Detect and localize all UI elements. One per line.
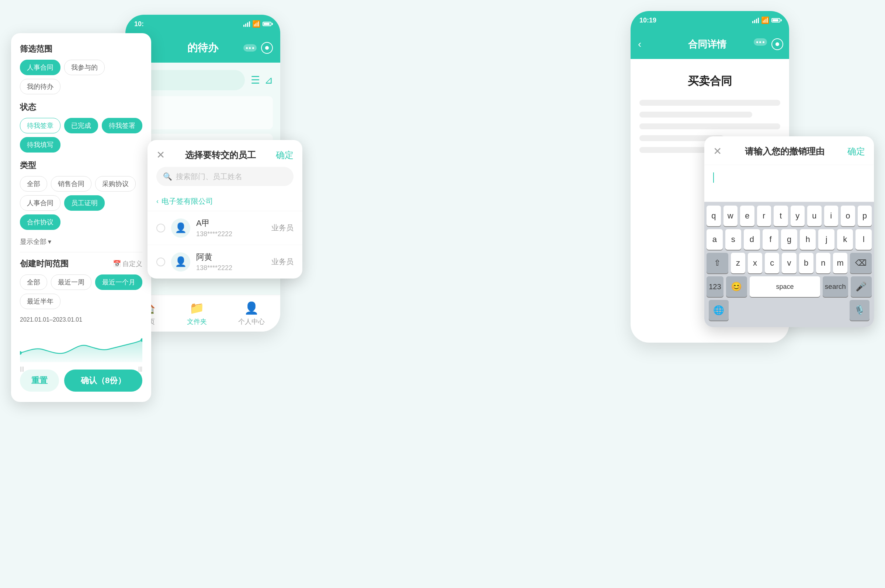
header-icons-bg	[243, 42, 273, 54]
key-f[interactable]: f	[763, 229, 779, 250]
employee-modal: ✕ 选择要转交的员工 确定 🔍 搜索部门、员工姓名 ‹ 电子签有限公司 👤 A甲…	[148, 140, 303, 279]
key-e[interactable]: e	[740, 206, 754, 226]
company-chevron-icon: ‹	[157, 198, 158, 205]
filter-tag-sales[interactable]: 销售合同	[51, 176, 92, 192]
filter-time-week[interactable]: 最近一周	[51, 274, 92, 290]
chart-area: ||| |||	[20, 329, 142, 362]
filter-icon: ☰	[251, 74, 260, 86]
filter-tag-coop[interactable]: 合作协议	[20, 214, 60, 230]
cancel-input-area[interactable]	[704, 165, 874, 202]
key-v[interactable]: v	[782, 253, 796, 273]
key-i[interactable]: i	[824, 206, 838, 226]
list-item-1	[133, 96, 273, 129]
key-p[interactable]: p	[858, 206, 872, 226]
keyboard-row-1: q w e r t y u i o p	[706, 206, 872, 226]
key-a[interactable]: a	[706, 229, 723, 250]
nav-folder[interactable]: 📁 文件夹	[187, 301, 207, 326]
nav-profile[interactable]: 👤 个人中心	[238, 301, 265, 326]
filter-time-month[interactable]: 最近一个月	[95, 274, 142, 290]
key-u[interactable]: u	[807, 206, 822, 226]
filter-section-title-3: 类型	[20, 160, 142, 171]
filter-tag-participated[interactable]: 我参与的	[64, 60, 105, 75]
confirm-button[interactable]: 确认（8份）	[64, 369, 142, 392]
employee-item-1[interactable]: 👤 A甲 138****2222 业务员	[148, 211, 303, 244]
chevron-down-icon: ▾	[48, 238, 51, 246]
time-tick-end: |||	[138, 366, 142, 372]
status-bar-contract: 10:19 📶	[631, 11, 789, 30]
key-shift[interactable]: ⇧	[706, 253, 728, 273]
key-z[interactable]: z	[731, 253, 745, 273]
filter-tag-wait-seal[interactable]: 待我签章	[20, 118, 60, 134]
back-button[interactable]: ‹	[638, 38, 641, 50]
key-x[interactable]: x	[748, 253, 762, 273]
status-time: 10:	[134, 20, 144, 28]
key-k[interactable]: k	[837, 229, 853, 250]
contract-line-2	[640, 112, 752, 117]
key-n[interactable]: n	[816, 253, 831, 273]
employee-search[interactable]: 🔍 搜索部门、员工姓名	[157, 167, 293, 186]
key-numbers[interactable]: 123	[706, 276, 724, 297]
filter-tag-purchase[interactable]: 采购协议	[95, 176, 136, 192]
cancel-modal: ✕ 请输入您的撤销理由 确定 q w e r t y u i o p a s d…	[704, 136, 874, 327]
key-mic[interactable]: 🎤	[851, 276, 872, 297]
custom-link[interactable]: 📅 自定义	[113, 260, 142, 268]
key-c[interactable]: c	[765, 253, 779, 273]
filter-tag-pending[interactable]: 我的待办	[20, 79, 60, 94]
cancel-close-btn[interactable]: ✕	[713, 145, 722, 158]
filter-tag-cert[interactable]: 员工证明	[64, 195, 105, 211]
filter-section-title-2: 状态	[20, 102, 142, 113]
custom-label: 自定义	[122, 260, 142, 268]
employee-item-2[interactable]: 👤 阿黄 138****2222 业务员	[148, 244, 303, 279]
show-all-btn[interactable]: 显示全部 ▾	[20, 237, 51, 246]
radio-btn-1[interactable]	[157, 224, 165, 232]
filter-bottom: 重置 确认（8份）	[20, 369, 142, 392]
calendar-icon: 📅	[113, 260, 121, 268]
filter-tag-wait-sign[interactable]: 待我签署	[102, 118, 142, 134]
filter-tag-all[interactable]: 全部	[20, 176, 47, 192]
filter-tag-hr[interactable]: 人事合同	[20, 195, 60, 211]
contract-line-1	[640, 100, 780, 106]
key-globe[interactable]: 🌐	[709, 300, 728, 321]
status-bar-bg: 10: 📶	[125, 15, 280, 33]
cursor	[713, 172, 714, 183]
key-delete[interactable]: ⌫	[850, 253, 872, 273]
employee-name-1: A甲	[196, 218, 265, 229]
company-header[interactable]: ‹ 电子签有限公司	[148, 192, 303, 211]
key-g[interactable]: g	[781, 229, 797, 250]
cancel-confirm-btn[interactable]: 确定	[847, 146, 865, 158]
folder-icon: 📁	[190, 301, 204, 315]
key-r[interactable]: r	[757, 206, 771, 226]
modal-confirm-btn[interactable]: 确定	[276, 149, 293, 161]
key-d[interactable]: d	[744, 229, 760, 250]
cancel-modal-title: 请输入您的撤销理由	[745, 146, 825, 158]
header-title-bg: 的待办	[187, 41, 218, 55]
search-icon: 🔍	[163, 172, 172, 181]
key-s[interactable]: s	[725, 229, 742, 250]
modal-close-btn[interactable]: ✕	[157, 149, 165, 161]
modal-header: ✕ 选择要转交的员工 确定	[148, 140, 303, 167]
filter-tag-hr-contract[interactable]: 人事合同	[20, 60, 60, 75]
key-q[interactable]: q	[706, 206, 721, 226]
key-y[interactable]: y	[790, 206, 805, 226]
key-l[interactable]: l	[855, 229, 872, 250]
filter-time-all[interactable]: 全部	[20, 274, 47, 290]
filter-tags-time: 全部 最近一周 最近一个月 最近半年	[20, 274, 142, 309]
filter-tag-wait-fill[interactable]: 待我填写	[20, 137, 60, 153]
filter-time-halfyear[interactable]: 最近半年	[20, 294, 60, 309]
key-space[interactable]: space	[750, 276, 820, 297]
key-b[interactable]: b	[799, 253, 813, 273]
reset-button[interactable]: 重置	[20, 369, 59, 392]
key-m[interactable]: m	[833, 253, 847, 273]
search-key[interactable]: search	[823, 276, 848, 297]
key-j[interactable]: j	[818, 229, 834, 250]
key-t[interactable]: t	[774, 206, 788, 226]
key-w[interactable]: w	[724, 206, 738, 226]
contract-header-title: 合同详情	[647, 38, 767, 51]
radio-btn-2[interactable]	[157, 258, 165, 266]
key-mic-2[interactable]: 🎙️	[850, 300, 870, 321]
filter-tag-done[interactable]: 已完成	[64, 118, 98, 134]
key-emoji[interactable]: 😊	[726, 276, 747, 297]
key-o[interactable]: o	[841, 206, 855, 226]
key-h[interactable]: h	[800, 229, 816, 250]
employee-phone-2: 138****2222	[196, 264, 265, 272]
